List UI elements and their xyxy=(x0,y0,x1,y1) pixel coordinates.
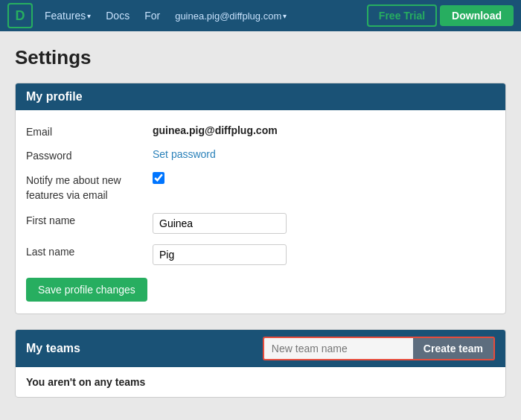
email-value: guinea.pig@diffplug.com xyxy=(153,124,278,136)
nav-user-email[interactable]: guinea.pig@diffplug.com ▾ xyxy=(169,0,293,31)
new-team-input-wrap: Create team xyxy=(263,337,495,360)
nav-features[interactable]: Features ▾ xyxy=(39,0,97,31)
password-row: Password Set password xyxy=(26,143,495,167)
nav-forum[interactable]: For xyxy=(138,0,166,31)
my-profile-body: Email guinea.pig@diffplug.com Password S… xyxy=(16,110,505,314)
save-profile-button[interactable]: Save profile changes xyxy=(26,278,147,302)
email-row: Email guinea.pig@diffplug.com xyxy=(26,119,495,143)
create-team-button[interactable]: Create team xyxy=(413,338,493,359)
chevron-down-icon: ▾ xyxy=(283,12,287,20)
chevron-down-icon: ▾ xyxy=(87,12,91,20)
my-teams-header: My teams Create team xyxy=(16,330,505,367)
first-name-row: First name xyxy=(26,208,495,239)
first-name-input[interactable] xyxy=(153,213,287,234)
notify-row: Notify me about new features via email xyxy=(26,167,495,208)
download-button[interactable]: Download xyxy=(440,5,514,26)
free-trial-button[interactable]: Free Trial xyxy=(367,4,437,27)
notify-checkbox[interactable] xyxy=(153,172,164,184)
no-teams-message: You aren't on any teams xyxy=(16,367,505,397)
first-name-label: First name xyxy=(26,213,153,226)
nav-docs[interactable]: Docs xyxy=(100,0,135,31)
notify-checkbox-wrap xyxy=(153,172,164,184)
navbar: D Features ▾ Docs For guinea.pig@diffplu… xyxy=(0,0,521,31)
page-title: Settings xyxy=(15,46,506,69)
set-password-link[interactable]: Set password xyxy=(153,148,216,160)
last-name-label: Last name xyxy=(26,244,153,258)
my-profile-header: My profile xyxy=(16,83,505,110)
notify-label: Notify me about new features via email xyxy=(26,172,153,203)
new-team-input[interactable] xyxy=(264,338,413,359)
my-teams-title: My teams xyxy=(26,342,257,355)
email-label: Email xyxy=(26,124,153,138)
my-profile-section: My profile Email guinea.pig@diffplug.com… xyxy=(15,83,506,314)
last-name-input[interactable] xyxy=(153,244,287,265)
main-content: Settings My profile Email guinea.pig@dif… xyxy=(0,31,521,420)
logo[interactable]: D xyxy=(7,3,33,28)
last-name-row: Last name xyxy=(26,239,495,270)
my-teams-section: My teams Create team You aren't on any t… xyxy=(15,329,506,398)
password-label: Password xyxy=(26,148,153,162)
